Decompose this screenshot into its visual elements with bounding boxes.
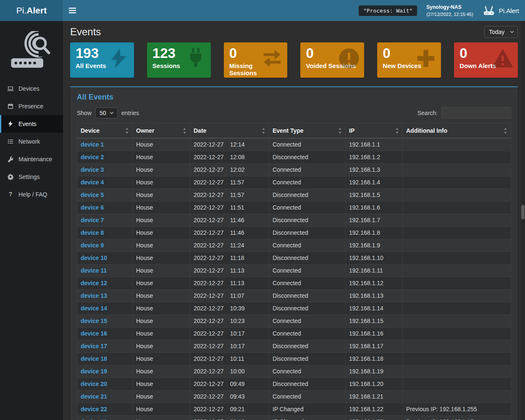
device-link[interactable]: device 17 — [81, 343, 107, 349]
device-link[interactable]: device 18 — [81, 355, 107, 362]
column-header-additional-info[interactable]: Additional Info — [403, 123, 511, 139]
owner-cell: House — [133, 138, 190, 151]
time-value: 10:00 — [230, 368, 245, 375]
sidebar-item-events[interactable]: Events — [0, 115, 63, 133]
device-link[interactable]: device 5 — [81, 192, 104, 198]
search-input[interactable] — [441, 107, 511, 118]
ip-cell: 192.168.1.18 — [346, 353, 403, 365]
time-value: 09:21 — [230, 406, 245, 412]
date-cell: 2022-12-2711:07 — [190, 290, 269, 302]
table-row: device 19House2022-12-2710:00Connected19… — [77, 365, 511, 378]
sidebar-item-presence[interactable]: Presence — [0, 97, 63, 115]
device-cell: device 4 — [77, 176, 133, 189]
host-timestamp: (27/12/2022, 12:15:45) — [426, 11, 473, 18]
brand-text-bold: Alert — [26, 5, 47, 16]
additional-info-cell — [403, 378, 511, 391]
device-link[interactable]: device 6 — [81, 204, 104, 211]
device-link[interactable]: device 22 — [81, 406, 107, 412]
device-link[interactable]: device 12 — [81, 280, 107, 286]
time-value: 10:17 — [230, 330, 245, 337]
owner-cell: House — [133, 239, 190, 252]
device-link[interactable]: device 2 — [81, 154, 104, 160]
column-header-event-type[interactable]: Event Type — [269, 123, 346, 139]
table-row: device 18House2022-12-2710:11Disconnecte… — [77, 353, 511, 365]
device-link[interactable]: device 9 — [81, 242, 104, 249]
column-header-owner[interactable]: Owner — [133, 123, 190, 139]
page-length-select[interactable]: 50 — [95, 108, 118, 118]
additional-info-cell — [403, 164, 511, 176]
bolt-icon — [108, 47, 130, 70]
table-row: device 20House2022-12-2709:49Disconnecte… — [77, 378, 511, 391]
event-type-cell: Disconnected — [269, 378, 346, 391]
date-value: 2022-12-27 — [194, 292, 224, 299]
owner-cell: House — [133, 315, 190, 328]
date-cell: 2022-12-2712:08 — [190, 151, 269, 164]
device-link[interactable]: device 1 — [81, 141, 104, 148]
device-cell: device 23 — [77, 416, 133, 420]
sidebar-item-settings[interactable]: Settings — [0, 168, 63, 186]
device-link[interactable]: device 7 — [81, 217, 104, 223]
device-link[interactable]: device 10 — [81, 255, 107, 261]
question-icon — [7, 191, 14, 198]
owner-cell: House — [133, 403, 190, 416]
device-cell: device 6 — [77, 202, 133, 214]
device-link[interactable]: device 14 — [81, 305, 107, 312]
device-link[interactable]: device 23 — [81, 418, 107, 420]
device-cell: device 16 — [77, 328, 133, 340]
table-row: device 16House2022-12-2710:17Connected19… — [77, 328, 511, 340]
show-label: Show — [77, 110, 92, 116]
date-cell: 2022-12-2711:13 — [190, 277, 269, 290]
sidebar-item-devices[interactable]: Devices — [0, 80, 63, 97]
device-link[interactable]: device 16 — [81, 330, 107, 337]
table-row: device 15House2022-12-2710:23Connected19… — [77, 315, 511, 328]
date-cell: 2022-12-2710:17 — [190, 328, 269, 340]
scrollbar-thumb[interactable] — [521, 205, 525, 219]
column-header-ip[interactable]: IP — [346, 123, 403, 139]
device-link[interactable]: device 21 — [81, 393, 107, 400]
device-link[interactable]: device 19 — [81, 368, 107, 375]
additional-info-cell — [403, 353, 511, 365]
date-value: 2022-12-27 — [194, 166, 224, 173]
owner-cell: House — [133, 277, 190, 290]
events-table: DeviceOwnerDateEvent TypeIPAdditional In… — [77, 123, 511, 420]
owner-cell: House — [133, 265, 190, 277]
page-length-control: Show 50 entries — [77, 108, 139, 118]
date-value: 2022-12-27 — [194, 406, 224, 412]
ip-cell: 192.168.1.16 — [346, 328, 403, 340]
period-select[interactable]: Today — [484, 26, 518, 38]
ip-cell: 192.168.1.11 — [346, 265, 403, 277]
device-link[interactable]: device 15 — [81, 318, 107, 324]
menu-toggle-button[interactable] — [69, 7, 78, 14]
device-link[interactable]: device 3 — [81, 166, 104, 173]
sidebar-item-help-faq[interactable]: Help / FAQ — [0, 186, 63, 203]
table-header-row: DeviceOwnerDateEvent TypeIPAdditional In… — [77, 123, 511, 139]
device-link[interactable]: device 11 — [81, 267, 107, 274]
date-value: 2022-12-27 — [194, 355, 224, 362]
stat-card-missing-sessions: 0Missing Sessions — [224, 42, 288, 78]
sidebar-item-label: Maintenance — [18, 156, 52, 163]
date-cell: 2022-12-2711:51 — [190, 202, 269, 214]
ip-cell: 192.168.1.6 — [346, 202, 403, 214]
device-link[interactable]: device 4 — [81, 179, 104, 186]
sidebar-item-maintenance[interactable]: Maintenance — [0, 150, 63, 168]
time-value: 10:39 — [230, 305, 245, 312]
date-cell: 2022-12-2712:14 — [190, 138, 269, 151]
date-cell: 2022-12-2711:13 — [190, 265, 269, 277]
additional-info-cell — [403, 176, 511, 189]
date-value: 2022-12-27 — [194, 305, 224, 312]
device-link[interactable]: device 13 — [81, 292, 107, 299]
sidebar-item-network[interactable]: Network — [0, 133, 63, 150]
additional-info-cell — [403, 315, 511, 328]
table-row: device 14House2022-12-2710:39Disconnecte… — [77, 302, 511, 315]
device-link[interactable]: device 8 — [81, 229, 104, 236]
time-value: 11:13 — [230, 267, 244, 274]
column-header-date[interactable]: Date — [190, 123, 269, 139]
table-row: device 1House2022-12-2712:14Connected192… — [77, 138, 511, 151]
scrollbar[interactable] — [521, 21, 525, 420]
owner-cell: House — [133, 151, 190, 164]
device-link[interactable]: device 20 — [81, 381, 107, 387]
time-value: 11:24 — [230, 242, 244, 249]
column-header-device[interactable]: Device — [77, 123, 133, 139]
date-cell: 2022-12-2712:02 — [190, 164, 269, 176]
additional-info-cell — [403, 265, 511, 277]
